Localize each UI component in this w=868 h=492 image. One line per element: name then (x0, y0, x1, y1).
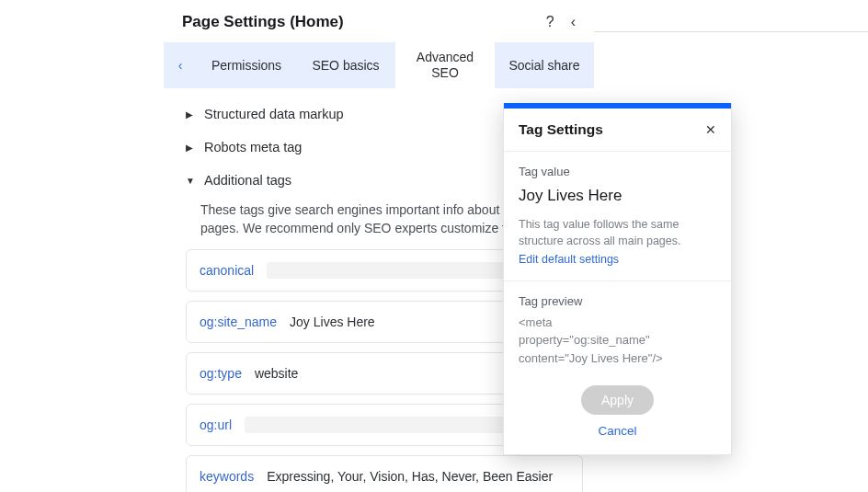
page-title: Page Settings (Home) (182, 13, 344, 31)
tag-key: og:url (200, 418, 232, 432)
apply-button[interactable]: Apply (581, 385, 654, 415)
sidepanel-title: Tag Settings (519, 121, 603, 138)
outer-divider (594, 31, 868, 32)
sidepanel-body: Tag value Joy Lives Here This tag value … (504, 152, 731, 281)
cancel-button[interactable]: Cancel (598, 424, 636, 438)
tab-bar: ‹ Permissions SEO basics Advanced SEO So… (164, 42, 594, 88)
chevron-down-icon: ▼ (186, 176, 195, 186)
header-actions: ? ‹ (546, 14, 576, 30)
tag-value: website (255, 366, 298, 381)
chevron-right-icon: ▶ (186, 109, 195, 120)
tag-value-label: Tag value (519, 165, 716, 178)
close-icon[interactable]: ✕ (705, 122, 716, 137)
tag-settings-panel: Tag Settings ✕ Tag value Joy Lives Here … (503, 103, 732, 455)
sidepanel-actions: Apply Cancel (504, 382, 731, 454)
tag-value-text: Joy Lives Here (519, 186, 716, 205)
tabs-prev-icon[interactable]: ‹ (164, 42, 197, 88)
tab-permissions[interactable]: Permissions (197, 42, 296, 88)
help-icon[interactable]: ? (546, 14, 554, 30)
tag-preview-section: Tag preview <meta property="og:site_name… (504, 281, 731, 383)
tag-value: Joy Lives Here (290, 315, 375, 329)
tag-key: og:site_name (200, 315, 277, 329)
tab-seo-basics[interactable]: SEO basics (296, 42, 395, 88)
section-label: Additional tags (204, 173, 291, 188)
sidepanel-header: Tag Settings ✕ (504, 109, 731, 152)
tag-key: keywords (200, 469, 254, 484)
tab-advanced-seo[interactable]: Advanced SEO (395, 42, 495, 88)
tag-preview-code: <meta property="og:site_name" content="J… (519, 314, 716, 368)
tag-value-note: This tag value follows the same structur… (519, 216, 716, 249)
tag-key: canonical (200, 263, 254, 278)
section-label: Robots meta tag (204, 140, 302, 154)
chevron-right-icon: ▶ (186, 143, 195, 153)
tag-value: Expressing, Your, Vision, Has, Never, Be… (267, 469, 553, 484)
tag-key: og:type (200, 366, 242, 381)
tag-preview-label: Tag preview (519, 294, 716, 308)
tag-row-keywords[interactable]: keywords Expressing, Your, Vision, Has, … (186, 455, 583, 492)
tab-social-share[interactable]: Social share (495, 42, 594, 88)
panel-header: Page Settings (Home) ? ‹ (164, 0, 594, 42)
section-label: Structured data markup (204, 107, 344, 121)
back-icon[interactable]: ‹ (571, 14, 576, 30)
edit-default-settings-link[interactable]: Edit default settings (519, 253, 619, 266)
